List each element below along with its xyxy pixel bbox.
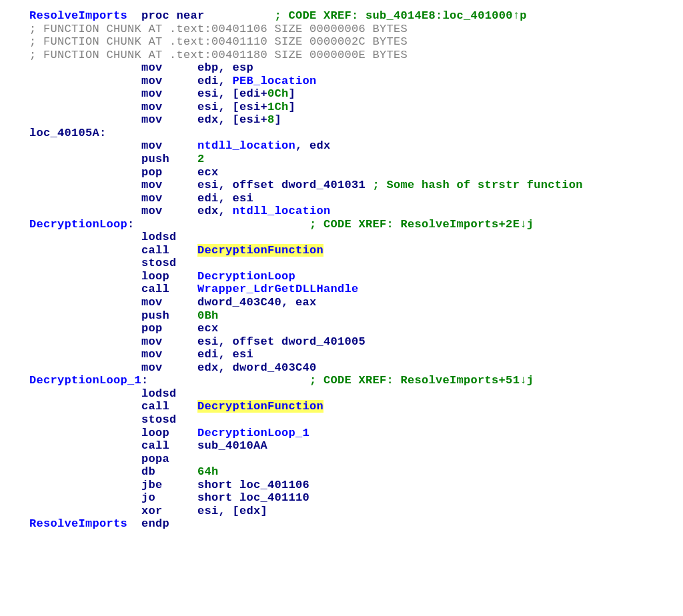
- asm-line: mov edx, dword_403C40: [29, 361, 683, 375]
- asm-token: mov: [141, 139, 197, 152]
- asm-token: call: [141, 244, 197, 257]
- asm-line: pop ecx: [29, 166, 683, 179]
- asm-line: stosd: [29, 257, 683, 270]
- chunk-header: ; FUNCTION CHUNK AT .text:00401180 SIZE …: [29, 49, 408, 61]
- symbol-text: DecryptionFunction: [197, 400, 323, 413]
- asm-token: mov esi, [edi+: [141, 87, 267, 100]
- asm-line: mov esi, offset dword_401005: [29, 335, 683, 349]
- asm-line: loop DecryptionLoop: [29, 270, 683, 283]
- chunk-header: ; FUNCTION CHUNK AT .text:00401110 SIZE …: [29, 35, 408, 48]
- symbol-text: ResolveImports: [29, 9, 127, 22]
- asm-line: DecryptionLoop_1: ; CODE XREF: ResolveIm…: [29, 374, 683, 387]
- asm-token: mov esi, offset dword_401005: [141, 335, 366, 348]
- asm-token: loc_40105A:: [29, 127, 107, 139]
- comment-text: ; CODE XREF: ResolveImports+51↓j: [309, 374, 534, 387]
- asm-line: push 2: [29, 153, 683, 166]
- asm-line: mov edi, esi: [29, 192, 683, 205]
- symbol-text: DecryptionFunction: [197, 244, 323, 257]
- asm-line: DecryptionLoop: ; CODE XREF: ResolveImpo…: [29, 218, 683, 231]
- asm-token: mov edi, esi: [141, 348, 253, 361]
- asm-token: mov edx, dword_403C40: [141, 361, 317, 374]
- asm-line: ; FUNCTION CHUNK AT .text:00401110 SIZE …: [29, 35, 683, 49]
- asm-line: mov esi, [esi+1Ch]: [29, 101, 683, 114]
- symbol-text: DecryptionLoop_1: [29, 374, 141, 387]
- asm-line: ResolveImports proc near ; CODE XREF: su…: [29, 9, 683, 23]
- asm-token: db: [141, 465, 197, 478]
- asm-line: jbe short loc_401106: [29, 479, 683, 492]
- asm-line: call DecryptionFunction: [29, 244, 683, 257]
- asm-line: lodsd: [29, 231, 683, 244]
- asm-line: mov edx, ntdll_location: [29, 205, 683, 218]
- symbol-text: Wrapper_LdrGetDLLHandle: [197, 283, 359, 295]
- number-literal: 0Bh: [197, 309, 219, 322]
- asm-line: loop DecryptionLoop_1: [29, 427, 683, 440]
- asm-line: ; FUNCTION CHUNK AT .text:00401106 SIZE …: [29, 23, 683, 36]
- asm-token: stosd: [141, 413, 177, 426]
- asm-line: loc_40105A:: [29, 127, 683, 140]
- symbol-text: ntdll_location: [233, 205, 331, 217]
- asm-token: mov ebp, esp: [141, 61, 253, 74]
- asm-line: pop ecx: [29, 322, 683, 335]
- asm-token: pop ecx: [141, 166, 219, 179]
- symbol-text: ResolveImports: [29, 517, 127, 530]
- asm-token: popa: [141, 453, 169, 465]
- asm-line: db 64h: [29, 465, 683, 479]
- asm-token: mov edi, esi: [141, 192, 253, 205]
- asm-token: :: [141, 374, 309, 387]
- asm-token: endp: [127, 517, 169, 530]
- asm-line: mov esi, offset dword_401031 ; Some hash…: [29, 179, 683, 192]
- number-literal: 2: [197, 153, 205, 165]
- disassembly-listing: ResolveImports proc near ; CODE XREF: su…: [0, 0, 683, 531]
- asm-line: mov ebp, esp: [29, 61, 683, 75]
- comment-text: ; CODE XREF: sub_4014E8:loc_401000↑p: [275, 9, 527, 22]
- asm-token: stosd: [141, 257, 177, 269]
- asm-line: stosd: [29, 413, 683, 427]
- asm-token: , edx: [295, 139, 331, 152]
- comment-text: ; CODE XREF: ResolveImports+2E↓j: [309, 218, 534, 231]
- asm-token: mov dword_403C40, eax: [141, 296, 317, 309]
- asm-token: jo short loc_401110: [141, 491, 309, 504]
- asm-token: xor esi, [edx]: [141, 505, 267, 517]
- symbol-text: DecryptionLoop: [197, 270, 295, 283]
- asm-token: mov edx, [esi+: [141, 113, 267, 126]
- number-literal: 8: [267, 113, 275, 126]
- asm-line: call sub_4010AA: [29, 439, 683, 453]
- asm-line: lodsd: [29, 387, 683, 401]
- asm-line: mov edx, [esi+8]: [29, 113, 683, 127]
- asm-line: popa: [29, 453, 683, 466]
- chunk-header: ; FUNCTION CHUNK AT .text:00401106 SIZE …: [29, 23, 408, 35]
- asm-token: ]: [289, 101, 296, 113]
- symbol-text: DecryptionLoop: [29, 218, 127, 231]
- number-literal: 0Ch: [267, 87, 289, 100]
- symbol-text: DecryptionLoop_1: [197, 427, 309, 439]
- asm-token: proc near: [127, 9, 275, 22]
- asm-token: :: [127, 218, 309, 231]
- asm-token: loop: [141, 270, 197, 283]
- asm-token: mov esi, [esi+: [141, 101, 267, 113]
- asm-token: push: [141, 309, 197, 322]
- asm-line: mov esi, [edi+0Ch]: [29, 87, 683, 101]
- asm-line: mov ntdll_location, edx: [29, 139, 683, 153]
- asm-token: call sub_4010AA: [141, 439, 267, 452]
- asm-token: pop ecx: [141, 322, 219, 335]
- asm-line: xor esi, [edx]: [29, 505, 683, 518]
- asm-token: mov edi,: [141, 75, 233, 87]
- asm-line: call Wrapper_LdrGetDLLHandle: [29, 283, 683, 296]
- number-literal: 1Ch: [267, 101, 289, 113]
- asm-token: lodsd: [141, 387, 177, 400]
- asm-line: ResolveImports endp: [29, 517, 683, 531]
- asm-token: ]: [275, 113, 282, 126]
- asm-token: mov esi, offset dword_401031: [141, 179, 373, 191]
- asm-token: call: [141, 283, 197, 295]
- asm-line: push 0Bh: [29, 309, 683, 323]
- asm-token: loop: [141, 427, 197, 439]
- asm-token: ]: [289, 87, 296, 100]
- asm-token: push: [141, 153, 197, 165]
- asm-token: jbe short loc_401106: [141, 479, 309, 491]
- asm-token: lodsd: [141, 231, 177, 243]
- asm-line: mov edi, PEB_location: [29, 75, 683, 88]
- asm-token: mov edx,: [141, 205, 233, 217]
- comment-text: ; Some hash of strstr function: [373, 179, 583, 191]
- symbol-text: PEB_location: [233, 75, 317, 87]
- symbol-text: ntdll_location: [197, 139, 295, 152]
